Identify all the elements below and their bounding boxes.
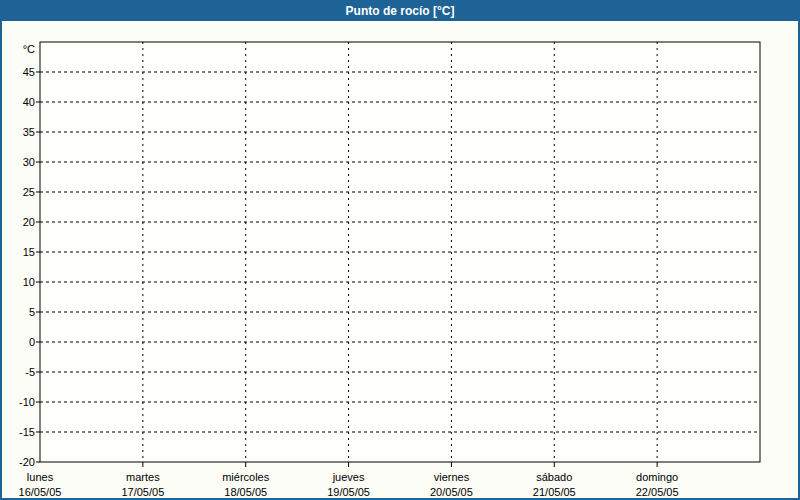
x-date-label: 17/05/05 <box>121 486 164 498</box>
y-tick-label: 30 <box>23 156 35 168</box>
x-day-label: domingo <box>636 471 678 483</box>
y-tick-label: 35 <box>23 126 35 138</box>
x-day-label: martes <box>126 471 160 483</box>
chart-area: 454035302520151050-5-10-15-20°Clunes16/0… <box>2 23 798 500</box>
x-date-label: 21/05/05 <box>533 486 576 498</box>
y-tick-label: 5 <box>29 306 35 318</box>
y-tick-label: -10 <box>19 396 35 408</box>
y-tick-label: 20 <box>23 216 35 228</box>
x-date-label: 22/05/05 <box>636 486 679 498</box>
y-tick-label: -20 <box>19 456 35 468</box>
y-tick-label: 15 <box>23 246 35 258</box>
chart-window: Punto de rocío [°C] 454035302520151050-5… <box>0 0 800 500</box>
x-date-label: 20/05/05 <box>430 486 473 498</box>
y-tick-label: -5 <box>25 366 35 378</box>
x-day-label: viernes <box>434 471 470 483</box>
y-tick-label: 10 <box>23 276 35 288</box>
x-day-label: jueves <box>332 471 365 483</box>
x-day-label: lunes <box>27 471 54 483</box>
dew-point-chart: 454035302520151050-5-10-15-20°Clunes16/0… <box>2 23 798 500</box>
x-day-label: miércoles <box>222 471 270 483</box>
y-tick-label: 25 <box>23 186 35 198</box>
x-date-label: 19/05/05 <box>327 486 370 498</box>
y-axis-unit-label: °C <box>23 43 35 55</box>
y-tick-label: -15 <box>19 426 35 438</box>
x-date-label: 18/05/05 <box>224 486 267 498</box>
chart-title-bar: Punto de rocío [°C] <box>2 2 798 21</box>
x-day-label: sábado <box>536 471 572 483</box>
y-tick-label: 40 <box>23 96 35 108</box>
x-date-label: 16/05/05 <box>19 486 62 498</box>
y-tick-label: 45 <box>23 66 35 78</box>
y-tick-label: 0 <box>29 336 35 348</box>
chart-title: Punto de rocío [°C] <box>346 2 455 21</box>
